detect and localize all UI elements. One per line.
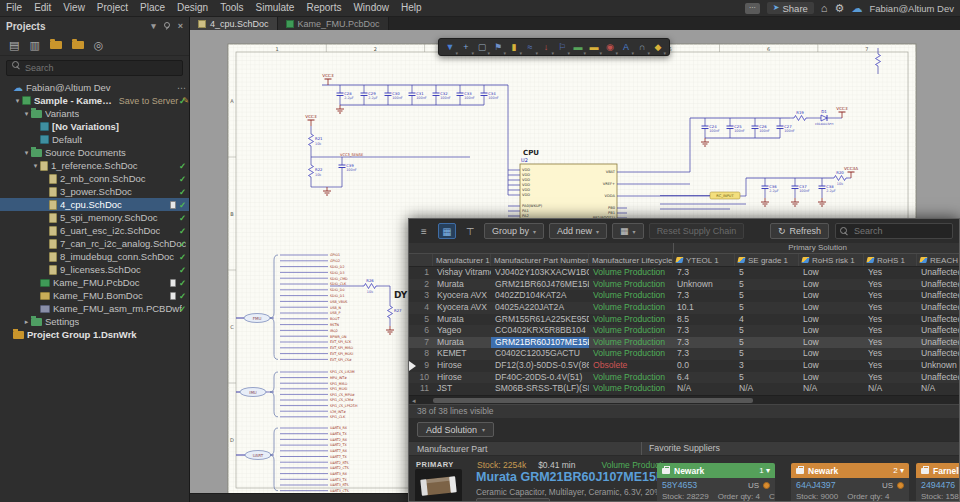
tree-item-2-mb-conn-schdoc[interactable]: 2_mb_conn.SchDoc✓	[0, 172, 189, 185]
account-label[interactable]: Fabian@Altium Dev	[869, 3, 954, 14]
gear-icon[interactable]: ⚙	[835, 3, 845, 14]
se-grade-cell[interactable]: 5	[735, 279, 799, 291]
yteol-cell[interactable]: 7.3	[673, 337, 735, 349]
yteol-cell[interactable]: N/A	[673, 383, 735, 395]
rohs-risk-cell[interactable]: Low	[799, 372, 864, 384]
reach-cell[interactable]: Unaffected	[917, 314, 959, 326]
part-number-cell[interactable]: DF12(3.0)-50DS-0.5V(86)	[491, 360, 589, 372]
row-number[interactable]: 3	[409, 290, 433, 302]
reach-cell[interactable]: Unaffected	[917, 290, 959, 302]
column-header-rohs-1[interactable]: RoHS 1	[864, 254, 917, 266]
table-row-9[interactable]: 9HiroseDF12(3.0)-50DS-0.5V(86)Obsolete0.…	[409, 360, 959, 372]
rohs-risk-cell[interactable]: Low	[799, 337, 864, 349]
supplier-card-header[interactable]: Newark2 ▾	[791, 463, 909, 478]
tree-item-8-imudebug-conn-schdoc[interactable]: 8_imudebug_conn.SchDoc✓	[0, 250, 189, 263]
tree-item-7-can-rc-i2c-analog-schdoc[interactable]: 7_can_rc_i2c_analog.SchDoc✓	[0, 237, 189, 250]
se-grade-cell[interactable]: 5	[735, 337, 799, 349]
reach-cell[interactable]: Unknown	[917, 360, 959, 372]
expander-icon[interactable]: ▾	[13, 97, 22, 105]
text-icon[interactable]: A▾	[618, 39, 634, 55]
table-row-6[interactable]: 6YageoCC0402KRX5R8BB104Volume Production…	[409, 325, 959, 337]
tree-item-4-cpu-schdoc[interactable]: 4_cpu.SchDoc✓	[0, 198, 189, 211]
part-number-cell[interactable]: DF40C-20DS-0.4V(51)	[491, 372, 589, 384]
filter-icon[interactable]: ▼▾	[442, 39, 458, 55]
supplier-sku-link[interactable]: 2494476	[921, 480, 955, 490]
menu-window[interactable]: Window	[347, 0, 395, 16]
selection-icon[interactable]: ▢▾	[474, 39, 490, 55]
rohs-cell[interactable]: Yes	[864, 360, 917, 372]
rohs-cell[interactable]: Yes	[864, 267, 917, 279]
supplier-card-header[interactable]: Farnell	[916, 463, 960, 478]
tree-item-6-uart-esc-i2c-schdoc[interactable]: 6_uart_esc_i2c.SchDoc✓	[0, 224, 189, 237]
supplier-card-farnell-3[interactable]: Farnell2494476Stock: 158840	[916, 463, 960, 502]
row-number[interactable]: 8	[409, 348, 433, 360]
row-number[interactable]: 5	[409, 314, 433, 326]
tree-item-5-spi-memory-schdoc[interactable]: 5_spi_memory.SchDoc✓	[0, 211, 189, 224]
manufacturer-cell[interactable]: Kyocera AVX	[433, 302, 491, 314]
yteol-cell[interactable]: Unknown	[673, 279, 735, 291]
tree-item-sample-kame-fmu-prjpcb[interactable]: ▾Sample - Kame_FMU.PrjPcbSave to Server✎…	[0, 94, 189, 107]
reset-supply-chain-button[interactable]: Reset Supply Chain	[649, 223, 745, 239]
rank-dropdown[interactable]: 2 ▾	[893, 466, 904, 475]
table-row-5[interactable]: 5MurataGRM155R61A225KE95DVolume Producti…	[409, 314, 959, 326]
menu-simulate[interactable]: Simulate	[250, 0, 301, 16]
share-button[interactable]: ➤ Share	[767, 2, 814, 14]
manufacturer-cell[interactable]: Hirose	[433, 360, 491, 372]
rohs-risk-cell[interactable]: Low	[799, 314, 864, 326]
se-grade-cell[interactable]: 5	[735, 267, 799, 279]
part-number-cell[interactable]: C0402C120J5GACTU	[491, 348, 589, 360]
yteol-cell[interactable]: 0.0	[673, 360, 735, 372]
expander-icon[interactable]: ▾	[31, 162, 40, 170]
supplier-card-newark-1[interactable]: Newark1 ▾58Y4653USStock: 28229Order qty:…	[657, 463, 775, 502]
table-row-3[interactable]: 3Kyocera AVX0402ZD104KAT2AVolume Product…	[409, 290, 959, 302]
rohs-cell[interactable]: Yes	[864, 290, 917, 302]
table-row-11[interactable]: 11JSTSM06B-SRSS-TB(LF)(SN)Volume Product…	[409, 383, 959, 395]
column-header-manufacturer-lifecycle-1[interactable]: Manufacturer Lifecycle 1	[589, 254, 673, 266]
rohs-risk-cell[interactable]: Low	[799, 325, 864, 337]
directive-icon[interactable]: ⚑▾	[490, 39, 506, 55]
menu-view[interactable]: View	[57, 0, 91, 16]
column-header-manufacturer-part-number-1[interactable]: Manufacturer Part Number 1	[491, 254, 589, 266]
manufacturer-view-icon[interactable]: ▦	[438, 223, 456, 239]
add-folder-icon[interactable]	[72, 41, 84, 49]
tree-item-3-power-schdoc[interactable]: 3_power.SchDoc✓	[0, 185, 189, 198]
bus-icon[interactable]: ↓▾	[538, 39, 554, 55]
lifecycle-cell[interactable]: Volume Production	[589, 279, 673, 291]
tree-item-1-reference-schdoc[interactable]: ▾1_reference.SchDoc✓	[0, 159, 189, 172]
rohs-risk-cell[interactable]: Low	[799, 290, 864, 302]
table-row-1[interactable]: 1Vishay VitramonVJ0402Y103KXACW1BCVolume…	[409, 267, 959, 279]
yteol-cell[interactable]: 7.3	[673, 290, 735, 302]
yteol-cell[interactable]: 7.3	[673, 348, 735, 360]
lifecycle-cell[interactable]: Obsolete	[589, 360, 673, 372]
arc-icon[interactable]: ∩▾	[634, 39, 650, 55]
refresh-button[interactable]: ↻Refresh	[770, 223, 829, 239]
menu-place[interactable]: Place	[134, 0, 171, 16]
yteol-cell[interactable]: 7.3	[673, 325, 735, 337]
se-grade-cell[interactable]: 5	[735, 372, 799, 384]
part-number-cell[interactable]: GRM21BR60J107ME15L	[491, 337, 589, 349]
rohs-cell[interactable]: Yes	[864, 302, 917, 314]
menu-file[interactable]: File	[0, 0, 28, 16]
manufacturer-cell[interactable]: Hirose	[433, 372, 491, 384]
supplier-sku-link[interactable]: 64AJ4397	[796, 480, 836, 490]
rank-dropdown[interactable]: 1 ▾	[759, 466, 770, 475]
component-icon[interactable]: ▮▾	[506, 39, 522, 55]
more-icon[interactable]: ⋯	[177, 83, 186, 93]
column-header-manufacturer-1[interactable]: Manufacturer 1	[433, 254, 491, 266]
lifecycle-cell[interactable]: Volume Production	[589, 267, 673, 279]
expander-icon[interactable]: ▸	[22, 318, 31, 326]
yteol-cell[interactable]: 7.3	[673, 267, 735, 279]
tree-item-kame-fmu-pcbdoc[interactable]: Kame_FMU.PcbDoc✓	[0, 276, 189, 289]
column-header-se-grade-1[interactable]: SE grade 1	[735, 254, 799, 266]
rohs-cell[interactable]: Yes	[864, 279, 917, 291]
tree-item-variants[interactable]: ▾Variants	[0, 107, 189, 120]
column-header-yteol-1[interactable]: YTEOL 1	[673, 254, 735, 266]
menu-help[interactable]: Help	[395, 0, 428, 16]
part-number-cell[interactable]: GRM155R61A225KE95D	[491, 314, 589, 326]
supplier-sku-link[interactable]: 58Y4653	[662, 480, 697, 490]
row-number[interactable]: 6	[409, 325, 433, 337]
part-number-cell[interactable]: 0402ZD104KAT2A	[491, 290, 589, 302]
projects-search-input[interactable]	[6, 60, 183, 76]
panel-search-input[interactable]	[835, 223, 953, 239]
tab-kame-fmu-pcbdoc[interactable]: Kame_FMU.PcbDoc	[278, 17, 389, 30]
